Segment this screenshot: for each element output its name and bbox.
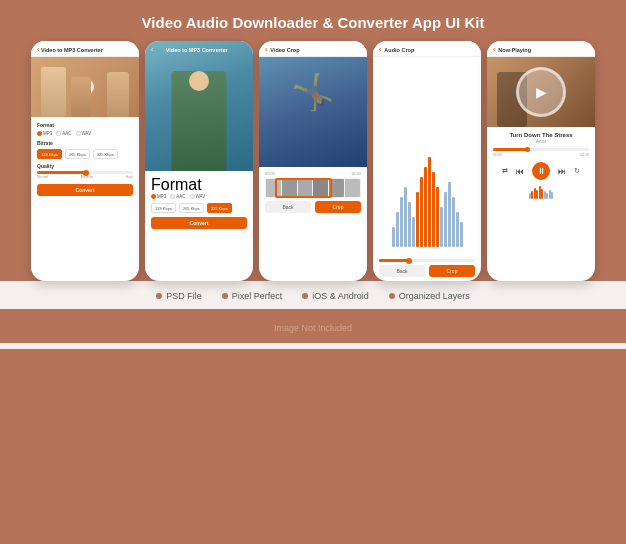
phone2-aac[interactable]: AAC [170, 194, 185, 199]
quality-min: Normal [37, 175, 48, 179]
phone2-aac-label: AAC [176, 194, 185, 199]
feature-layers-label: Organized Layers [399, 291, 470, 301]
wave-bar-14 [444, 192, 447, 247]
convert-button[interactable]: Convert [37, 184, 133, 196]
crop-timeline[interactable] [265, 178, 361, 198]
wave-bar-11 [432, 172, 435, 247]
feature-ios-label: iOS & Android [312, 291, 369, 301]
phone4-header: ‹ Audio Crop [373, 41, 481, 57]
phone4-btn-row: Back Crop [379, 265, 475, 277]
phone2-radio-aac [170, 194, 175, 199]
wave-bar-9 [424, 167, 427, 247]
not-included-text: Image Not Included [274, 323, 352, 333]
wave-bar-6 [412, 217, 415, 247]
wave-bar-8 [420, 177, 423, 247]
format-mp3[interactable]: MP3 [37, 131, 52, 136]
phone1-video-thumbnail: ▶ [31, 57, 139, 117]
feature-dot-layers [389, 293, 395, 299]
phone2-convert-button[interactable]: Convert [151, 217, 247, 229]
back-arrow-icon[interactable]: ‹ [37, 46, 39, 53]
phone3-back-button[interactable]: Back [265, 201, 311, 213]
quality-max: High [126, 175, 133, 179]
crop-range-handle[interactable] [275, 178, 333, 198]
phone3-back-icon[interactable]: ‹ [265, 46, 267, 53]
format-wav[interactable]: WAV [76, 131, 92, 136]
not-included-section: Image Not Included [0, 309, 626, 343]
phone3-title: Video Crop [270, 47, 299, 53]
phone2-format-label: Format [151, 176, 247, 194]
total-time: 04:10 [580, 153, 589, 157]
wave-bar-15 [448, 182, 451, 247]
phone3-header: ‹ Video Crop [259, 41, 367, 57]
feature-pixel: Pixel Perfect [222, 291, 283, 301]
feature-ios: iOS & Android [302, 291, 369, 301]
bitrate-325[interactable]: 325 Kbps [93, 149, 118, 159]
mini-waveform [493, 184, 589, 199]
phone2-325[interactable]: 325 Kbps [207, 203, 232, 213]
phone2-radio-mp3 [151, 194, 156, 199]
wave-bar-3 [400, 197, 403, 247]
phone-1-video-to-mp3: ‹ Video to MP3 Converter ▶ Format MP3 AA… [31, 41, 139, 281]
phone2-128[interactable]: 128 Kbps [151, 203, 176, 213]
phone2-mp3-label: MP3 [157, 194, 166, 199]
mini-bar-10 [551, 192, 553, 199]
phone2-header-title: Video to MP3 Converter [166, 47, 228, 53]
phone2-body: Format MP3 AAC WAV 128 Kbps 265 Kbps 3 [145, 171, 253, 281]
phone5-back-icon[interactable]: ‹ [493, 46, 495, 53]
radio-mp3-dot [37, 131, 42, 136]
song-title: Turn Down The Stress [493, 132, 589, 138]
wave-bar-5 [408, 202, 411, 247]
format-aac-label: AAC [62, 131, 71, 136]
wave-bar-13 [440, 207, 443, 247]
mini-bar-6 [541, 189, 543, 199]
play-pause-button[interactable]: ⏸ [532, 162, 550, 180]
next-icon[interactable]: ⏭ [558, 167, 566, 176]
phone2-265[interactable]: 265 Kbps [179, 203, 204, 213]
wave-bar-17 [456, 212, 459, 247]
phone1-body: Format MP3 AAC WAV Bitrate 128 Kbps 265 [31, 117, 139, 281]
quality-labels: Normal Medium High [37, 175, 133, 179]
phone4-back-button[interactable]: Back [379, 265, 425, 277]
audio-crop-slider[interactable] [379, 259, 475, 262]
format-wav-label: WAV [82, 131, 92, 136]
wave-bar-16 [452, 197, 455, 247]
bitrate-128[interactable]: 128 Kbps [37, 149, 62, 159]
phone5-body: Turn Down The Stress Artist 00:00 04:10 … [487, 127, 595, 281]
wave-bar-10 [428, 157, 431, 247]
phone4-crop-button[interactable]: Crop [429, 265, 475, 277]
bitrate-label: Bitrate [37, 140, 133, 146]
phones-container: ‹ Video to MP3 Converter ▶ Format MP3 AA… [0, 41, 626, 281]
progress-thumb [525, 147, 530, 152]
wave-bar-18 [460, 222, 463, 247]
bitrate-265[interactable]: 265 Kbps [65, 149, 90, 159]
phone1-header: ‹ Video to MP3 Converter [31, 41, 139, 57]
page-title: Video Audio Downloader & Converter App U… [0, 0, 626, 41]
audio-slider-thumb [406, 258, 412, 264]
progress-fill [493, 148, 527, 151]
player-controls: ⇄ ⏮ ⏸ ⏭ ↻ [493, 162, 589, 180]
wave-bar-2 [396, 212, 399, 247]
quality-slider[interactable] [37, 171, 133, 174]
progress-times: 00:00 04:10 [493, 153, 589, 157]
current-time: 00:00 [493, 153, 502, 157]
format-mp3-label: MP3 [43, 131, 52, 136]
phone4-back-icon[interactable]: ‹ [379, 46, 381, 53]
phone4-waveform [373, 57, 481, 255]
quality-slider-fill [37, 171, 85, 174]
shuffle-icon[interactable]: ⇄ [502, 167, 508, 175]
prev-icon[interactable]: ⏮ [516, 167, 524, 176]
phone3-crop-controls: 00:00 16:44 Back Crop [259, 167, 367, 281]
phone3-crop-button[interactable]: Crop [315, 201, 361, 213]
playback-progress[interactable] [493, 148, 589, 151]
radio-wav-dot [76, 131, 81, 136]
quality-slider-thumb [83, 170, 89, 176]
radio-aac-dot [56, 131, 61, 136]
phone2-video-thumbnail: ‹ Video to MP3 Converter [145, 41, 253, 171]
phone-5-now-playing: ‹ Now Playing ▶ Turn Down The Stress Art… [487, 41, 595, 281]
phone2-radio-wav [190, 194, 195, 199]
repeat-icon[interactable]: ↻ [574, 167, 580, 175]
phone2-wav[interactable]: WAV [190, 194, 206, 199]
album-circle: ▶ [516, 67, 566, 117]
phone2-mp3[interactable]: MP3 [151, 194, 166, 199]
format-aac[interactable]: AAC [56, 131, 71, 136]
